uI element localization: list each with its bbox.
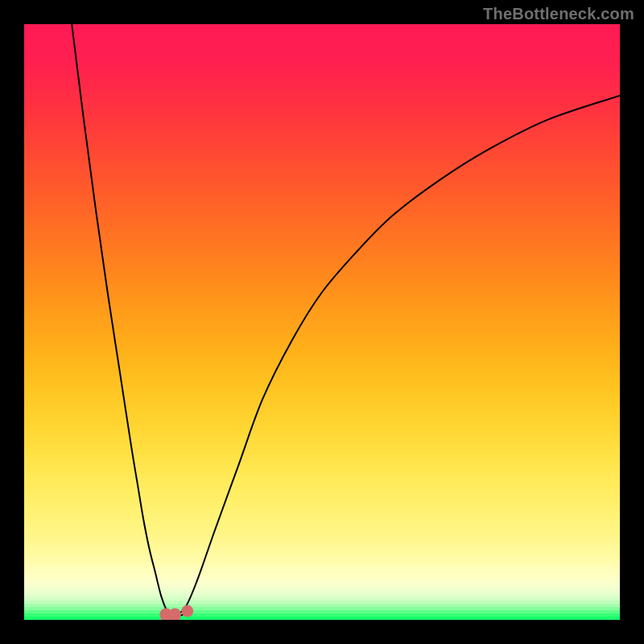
chart-frame: TheBottleneck.com xyxy=(0,0,644,644)
marker-dot-right xyxy=(181,605,193,617)
curves-svg xyxy=(24,24,620,620)
watermark-text: TheBottleneck.com xyxy=(483,5,634,23)
curve-curve-left xyxy=(72,24,185,617)
curve-curve-right xyxy=(173,96,620,617)
plot-area xyxy=(24,24,620,620)
marker-blob-top xyxy=(168,609,181,620)
